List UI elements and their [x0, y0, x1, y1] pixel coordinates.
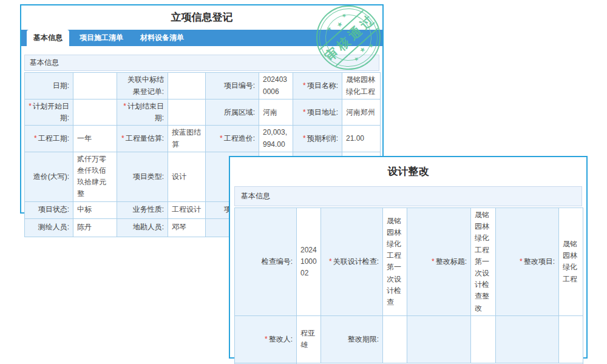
date-label: 日期: [25, 73, 73, 99]
expected-profit-text: 21.00 [346, 134, 364, 143]
rectification-section-header: 基本信息 [234, 186, 582, 206]
table-row: 日期:关联中标结果登记单:项目编号:2024030006*项目名称:晟铭园林绿化… [25, 73, 381, 99]
project-cost-label: *工程造价: [206, 126, 259, 152]
project-address-field[interactable]: 河南郑州 [342, 99, 381, 126]
tab-basic-info[interactable]: 基本信息 [27, 30, 69, 46]
date-text: 日期: [53, 81, 69, 90]
rectification-deadline-text: 整改期限: [348, 335, 379, 343]
project-duration-field[interactable]: 一年 [73, 126, 117, 152]
required-asterisk: * [303, 134, 306, 143]
surveyor-label: 测绘人员: [25, 218, 73, 237]
rectification-deadline-label: 整改期限: [321, 315, 383, 363]
related-design-check-field[interactable]: 晟铭园林绿化工程第一次设计检查 [383, 208, 407, 316]
tab-construction-list[interactable]: 项目施工清单 [73, 30, 130, 46]
project-name-label: *项目名称: [293, 73, 342, 99]
business-nature-text: 工程设计 [172, 205, 201, 214]
required-asterisk: * [432, 257, 435, 266]
project-cost-field[interactable]: 20,003,994.00 [259, 126, 293, 152]
project-type-label: 项目类型: [117, 152, 168, 201]
business-nature-label: 业务性质: [117, 201, 168, 218]
check-code-text: 检查编号: [262, 257, 293, 266]
check-code-field[interactable]: 2024100002 [297, 208, 321, 316]
geological-surveyor-text: 邓琴 [172, 223, 186, 231]
geological-surveyor-label: 地勘人员: [117, 218, 168, 237]
project-type-text: 项目类型: [133, 172, 164, 181]
region-text: 河南 [263, 108, 277, 116]
rectification-project-text: 整改项目: [524, 257, 555, 266]
rectification-person-field[interactable]: 程亚雄 [297, 315, 321, 363]
plan-end-date-text: 计划结束日期: [127, 102, 164, 122]
related-design-check-text: 关联设计检查: [333, 257, 379, 266]
check-code-label: 检查编号: [235, 208, 297, 316]
project-name-text: 晟铭园林绿化工程 [346, 75, 375, 95]
project-code-text: 项目编号: [224, 81, 255, 90]
cost-in-words-text: 贰仟万零叁仟玖佰玖拾肆元整 [77, 155, 106, 198]
rectification-title-text: 晟铭园林绿化工程第一次设计检查整改 [475, 211, 489, 312]
geological-surveyor-field[interactable]: 邓琴 [168, 218, 206, 237]
rectification-project-label: *整改项目: [496, 208, 559, 316]
rectification-panel: 设计整改 基本信息 检查编号:2024100002*关联设计检查:晟铭园林绿化工… [229, 156, 588, 359]
project-type-field[interactable]: 设计 [168, 152, 206, 201]
quantity-estimate-field[interactable]: 按蓝图结算 [168, 126, 206, 152]
table-row: *计划开始日期:*计划结束日期:所属区域:河南*项目地址:河南郑州 [25, 99, 381, 126]
surveyor-field[interactable]: 陈丹 [73, 218, 117, 237]
project-status-label: 项目状态: [25, 201, 73, 218]
surveyor-text: 陈丹 [77, 223, 92, 231]
rectification-title-field[interactable]: 晟铭园林绿化工程第一次设计检查整改 [471, 208, 496, 316]
required-asterisk: * [220, 134, 223, 143]
table-row: *整改人:程亚雄整改期限: [235, 315, 583, 363]
required-asterisk: * [265, 335, 268, 343]
quantity-estimate-text: 按蓝图结算 [172, 128, 201, 148]
project-status-field[interactable]: 中标 [73, 201, 117, 218]
project-cost-text: 20,003,994.00 [263, 128, 287, 148]
required-asterisk: * [520, 257, 523, 266]
project-status-text: 项目状态: [38, 205, 69, 214]
geological-surveyor-text: 地勘人员: [133, 223, 164, 231]
related-design-check-label: *关联设计检查: [321, 208, 383, 316]
required-asterisk: * [329, 257, 332, 266]
required-asterisk: * [29, 102, 32, 110]
bid-result-link-label: 关联中标结果登记单: [117, 73, 168, 99]
required-asterisk: * [121, 134, 124, 143]
project-code-field[interactable]: 2024030006 [259, 73, 293, 99]
required-asterisk: * [303, 108, 306, 116]
cost-in-words-field[interactable]: 贰仟万零叁仟玖佰玖拾肆元整 [73, 152, 117, 201]
business-nature-text: 业务性质: [133, 205, 164, 214]
project-name-field[interactable]: 晟铭园林绿化工程 [342, 73, 381, 99]
project-status-text: 中标 [77, 205, 92, 214]
empty-field[interactable] [471, 315, 496, 363]
project-cost-text: 工程造价: [224, 134, 255, 143]
expected-profit-text: 预期利润: [307, 134, 338, 143]
rectification-person-text: 程亚雄 [300, 329, 315, 349]
project-address-text: 河南郑州 [346, 108, 375, 116]
rectification-panel-title: 设计整改 [230, 157, 586, 186]
rectification-deadline-field[interactable] [383, 315, 407, 363]
expected-profit-field[interactable]: 21.00 [342, 126, 381, 152]
rectification-title-text: 整改标题: [436, 257, 467, 266]
quantity-estimate-label: *工程量估算: [117, 126, 168, 152]
related-design-check-text: 晟铭园林绿化工程第一次设计检查 [387, 217, 401, 306]
rectification-form-table: 检查编号:2024100002*关联设计检查:晟铭园林绿化工程第一次设计检查*整… [234, 207, 583, 364]
plan-end-date-field[interactable] [168, 99, 206, 126]
bid-result-link-field[interactable] [168, 73, 206, 99]
project-duration-text: 工程工期: [38, 134, 69, 143]
plan-start-date-text: 计划开始日期: [33, 102, 69, 122]
business-nature-field[interactable]: 工程设计 [168, 201, 206, 218]
project-code-text: 2024030006 [263, 75, 287, 95]
region-text: 所属区域: [224, 108, 255, 116]
empty-label [496, 315, 559, 363]
rectification-panel-body: 基本信息 检查编号:2024100002*关联设计检查:晟铭园林绿化工程第一次设… [230, 186, 586, 364]
empty-label [407, 315, 471, 363]
rectification-person-text: 整改人: [269, 335, 293, 343]
quantity-estimate-text: 工程量估算: [126, 134, 164, 143]
date-field[interactable] [73, 73, 117, 99]
rectification-project-field[interactable]: 晟铭园林绿化工程 [559, 208, 583, 316]
project-address-text: 项目地址: [307, 108, 338, 116]
region-field[interactable]: 河南 [259, 99, 293, 126]
empty-field[interactable] [559, 315, 583, 363]
cost-in-words-text: 造价(大写): [33, 172, 69, 181]
tab-material-equipment-list[interactable]: 材料设备清单 [134, 30, 191, 46]
cost-in-words-label: 造价(大写): [25, 152, 73, 201]
required-asterisk: * [123, 102, 126, 110]
plan-start-date-field[interactable] [73, 99, 117, 126]
